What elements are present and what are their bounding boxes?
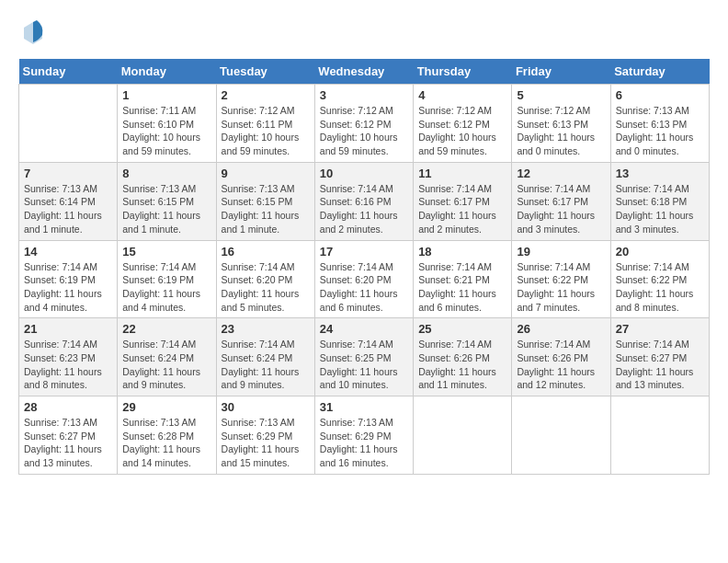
day-number: 11 xyxy=(418,167,506,180)
day-info: Sunrise: 7:14 AM Sunset: 6:22 PM Dayligh… xyxy=(517,260,605,315)
calendar-week-2: 7Sunrise: 7:13 AM Sunset: 6:14 PM Daylig… xyxy=(19,162,710,240)
day-info: Sunrise: 7:13 AM Sunset: 6:28 PM Dayligh… xyxy=(122,416,210,470)
calendar-cell: 16Sunrise: 7:14 AM Sunset: 6:20 PM Dayli… xyxy=(216,240,314,318)
logo xyxy=(18,18,46,50)
calendar-cell: 26Sunrise: 7:14 AM Sunset: 6:26 PM Dayli… xyxy=(512,318,610,396)
day-info: Sunrise: 7:14 AM Sunset: 6:20 PM Dayligh… xyxy=(222,260,310,315)
weekday-header-sunday: Sunday xyxy=(19,59,118,85)
day-number: 19 xyxy=(517,245,605,259)
day-info: Sunrise: 7:14 AM Sunset: 6:17 PM Dayligh… xyxy=(418,182,506,236)
day-info: Sunrise: 7:13 AM Sunset: 6:14 PM Dayligh… xyxy=(24,182,112,236)
day-info: Sunrise: 7:14 AM Sunset: 6:27 PM Dayligh… xyxy=(616,338,704,392)
calendar-cell: 25Sunrise: 7:14 AM Sunset: 6:26 PM Dayli… xyxy=(414,318,512,396)
calendar-cell: 6Sunrise: 7:13 AM Sunset: 6:13 PM Daylig… xyxy=(610,85,709,163)
day-number: 31 xyxy=(320,400,408,414)
calendar-cell xyxy=(19,85,118,163)
calendar-cell xyxy=(414,396,512,475)
calendar-cell: 11Sunrise: 7:14 AM Sunset: 6:17 PM Dayli… xyxy=(414,162,512,240)
calendar-cell: 4Sunrise: 7:12 AM Sunset: 6:12 PM Daylig… xyxy=(414,85,512,163)
calendar-header-row: SundayMondayTuesdayWednesdayThursdayFrid… xyxy=(19,59,710,85)
calendar-cell: 24Sunrise: 7:14 AM Sunset: 6:25 PM Dayli… xyxy=(314,318,413,396)
day-number: 22 xyxy=(122,322,210,336)
calendar-week-3: 14Sunrise: 7:14 AM Sunset: 6:19 PM Dayli… xyxy=(19,240,710,318)
day-info: Sunrise: 7:14 AM Sunset: 6:26 PM Dayligh… xyxy=(418,338,506,392)
calendar-cell xyxy=(512,396,610,475)
calendar-cell: 22Sunrise: 7:14 AM Sunset: 6:24 PM Dayli… xyxy=(118,318,216,396)
day-number: 18 xyxy=(418,245,506,259)
weekday-header-tuesday: Tuesday xyxy=(216,59,314,85)
weekday-header-thursday: Thursday xyxy=(414,59,512,85)
calendar-cell: 14Sunrise: 7:14 AM Sunset: 6:19 PM Dayli… xyxy=(19,240,118,318)
day-info: Sunrise: 7:12 AM Sunset: 6:12 PM Dayligh… xyxy=(320,104,408,158)
day-info: Sunrise: 7:14 AM Sunset: 6:25 PM Dayligh… xyxy=(320,338,408,392)
day-number: 16 xyxy=(222,245,310,259)
day-info: Sunrise: 7:14 AM Sunset: 6:18 PM Dayligh… xyxy=(616,182,704,236)
calendar-week-5: 28Sunrise: 7:13 AM Sunset: 6:27 PM Dayli… xyxy=(19,396,710,475)
calendar-cell: 27Sunrise: 7:14 AM Sunset: 6:27 PM Dayli… xyxy=(610,318,709,396)
day-number: 28 xyxy=(24,400,112,414)
day-number: 6 xyxy=(616,88,704,102)
day-number: 5 xyxy=(517,88,605,102)
logo-icon xyxy=(20,18,46,44)
logo-text xyxy=(18,18,46,50)
calendar-table: SundayMondayTuesdayWednesdayThursdayFrid… xyxy=(18,59,710,475)
calendar-cell xyxy=(610,396,709,475)
day-number: 7 xyxy=(24,167,112,180)
day-info: Sunrise: 7:14 AM Sunset: 6:16 PM Dayligh… xyxy=(320,182,408,236)
calendar-cell: 17Sunrise: 7:14 AM Sunset: 6:20 PM Dayli… xyxy=(314,240,413,318)
day-info: Sunrise: 7:14 AM Sunset: 6:26 PM Dayligh… xyxy=(517,338,605,392)
day-info: Sunrise: 7:11 AM Sunset: 6:10 PM Dayligh… xyxy=(122,104,210,158)
page-header xyxy=(18,18,710,50)
weekday-header-saturday: Saturday xyxy=(610,59,709,85)
calendar-cell: 29Sunrise: 7:13 AM Sunset: 6:28 PM Dayli… xyxy=(118,396,216,475)
day-number: 20 xyxy=(616,245,704,259)
calendar-cell: 7Sunrise: 7:13 AM Sunset: 6:14 PM Daylig… xyxy=(19,162,118,240)
day-info: Sunrise: 7:14 AM Sunset: 6:17 PM Dayligh… xyxy=(517,182,605,236)
day-number: 27 xyxy=(616,322,704,336)
day-info: Sunrise: 7:14 AM Sunset: 6:22 PM Dayligh… xyxy=(616,260,704,315)
day-info: Sunrise: 7:14 AM Sunset: 6:19 PM Dayligh… xyxy=(122,260,210,315)
day-info: Sunrise: 7:14 AM Sunset: 6:23 PM Dayligh… xyxy=(24,338,112,392)
calendar-cell: 30Sunrise: 7:13 AM Sunset: 6:29 PM Dayli… xyxy=(216,396,314,475)
weekday-header-friday: Friday xyxy=(512,59,610,85)
weekday-header-monday: Monday xyxy=(118,59,216,85)
day-info: Sunrise: 7:13 AM Sunset: 6:29 PM Dayligh… xyxy=(320,416,408,470)
day-number: 15 xyxy=(122,245,210,259)
day-number: 9 xyxy=(222,167,310,180)
calendar-cell: 9Sunrise: 7:13 AM Sunset: 6:15 PM Daylig… xyxy=(216,162,314,240)
day-number: 29 xyxy=(122,400,210,414)
day-info: Sunrise: 7:13 AM Sunset: 6:15 PM Dayligh… xyxy=(222,182,310,236)
calendar-cell: 1Sunrise: 7:11 AM Sunset: 6:10 PM Daylig… xyxy=(118,85,216,163)
day-info: Sunrise: 7:14 AM Sunset: 6:19 PM Dayligh… xyxy=(24,260,112,315)
day-info: Sunrise: 7:12 AM Sunset: 6:13 PM Dayligh… xyxy=(517,104,605,158)
calendar-cell: 8Sunrise: 7:13 AM Sunset: 6:15 PM Daylig… xyxy=(118,162,216,240)
calendar-cell: 5Sunrise: 7:12 AM Sunset: 6:13 PM Daylig… xyxy=(512,85,610,163)
day-info: Sunrise: 7:14 AM Sunset: 6:20 PM Dayligh… xyxy=(320,260,408,315)
day-number: 30 xyxy=(222,400,310,414)
day-number: 4 xyxy=(418,88,506,102)
calendar-week-1: 1Sunrise: 7:11 AM Sunset: 6:10 PM Daylig… xyxy=(19,85,710,163)
day-info: Sunrise: 7:14 AM Sunset: 6:21 PM Dayligh… xyxy=(418,260,506,315)
day-info: Sunrise: 7:13 AM Sunset: 6:29 PM Dayligh… xyxy=(222,416,310,470)
day-info: Sunrise: 7:13 AM Sunset: 6:27 PM Dayligh… xyxy=(24,416,112,470)
calendar-cell: 20Sunrise: 7:14 AM Sunset: 6:22 PM Dayli… xyxy=(610,240,709,318)
calendar-cell: 28Sunrise: 7:13 AM Sunset: 6:27 PM Dayli… xyxy=(19,396,118,475)
day-number: 17 xyxy=(320,245,408,259)
calendar-cell: 10Sunrise: 7:14 AM Sunset: 6:16 PM Dayli… xyxy=(314,162,413,240)
day-number: 8 xyxy=(122,167,210,180)
calendar-week-4: 21Sunrise: 7:14 AM Sunset: 6:23 PM Dayli… xyxy=(19,318,710,396)
calendar-cell: 13Sunrise: 7:14 AM Sunset: 6:18 PM Dayli… xyxy=(610,162,709,240)
day-number: 13 xyxy=(616,167,704,180)
calendar-cell: 15Sunrise: 7:14 AM Sunset: 6:19 PM Dayli… xyxy=(118,240,216,318)
day-number: 24 xyxy=(320,322,408,336)
day-info: Sunrise: 7:14 AM Sunset: 6:24 PM Dayligh… xyxy=(122,338,210,392)
calendar-cell: 31Sunrise: 7:13 AM Sunset: 6:29 PM Dayli… xyxy=(314,396,413,475)
day-number: 2 xyxy=(222,88,310,102)
day-info: Sunrise: 7:13 AM Sunset: 6:15 PM Dayligh… xyxy=(122,182,210,236)
day-number: 10 xyxy=(320,167,408,180)
calendar-cell: 19Sunrise: 7:14 AM Sunset: 6:22 PM Dayli… xyxy=(512,240,610,318)
day-number: 14 xyxy=(24,245,112,259)
day-number: 25 xyxy=(418,322,506,336)
day-number: 26 xyxy=(517,322,605,336)
calendar-cell: 21Sunrise: 7:14 AM Sunset: 6:23 PM Dayli… xyxy=(19,318,118,396)
